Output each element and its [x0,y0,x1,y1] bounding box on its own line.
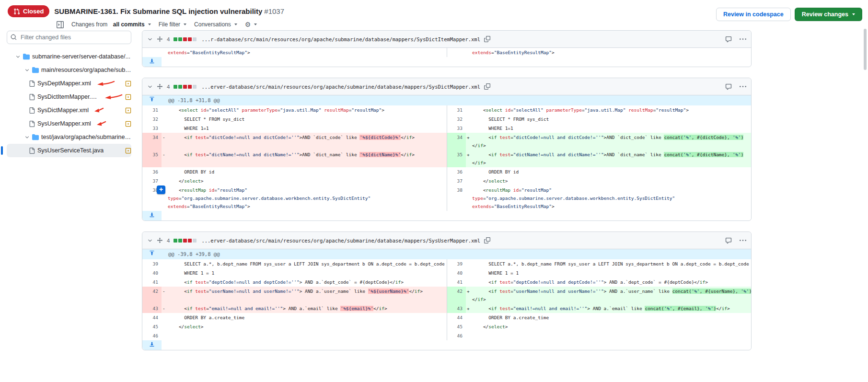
tree-folder-item[interactable]: main/resources/org/apache/subm... [7,63,131,77]
code-cell[interactable]: </select> [466,322,751,331]
file-icon [29,107,35,114]
code-cell[interactable]: + <if test="email!=null and email!=''"> … [466,304,751,313]
code-cell[interactable]: </select> [162,322,447,331]
drag-handle-icon[interactable] [157,237,163,243]
code-cell[interactable]: - <if test="email!=null and email!=''"> … [162,304,447,313]
code-cell[interactable]: SELECT * FROM sys_dict [466,115,751,124]
unfold-down-icon [149,58,155,64]
code-cell[interactable]: ORDER BY id [162,167,447,176]
file-path: ...erver-database/src/main/resources/org… [201,84,480,90]
copy-icon [484,237,490,243]
expand-down-button[interactable] [142,211,162,220]
tree-folder-item[interactable]: test/java/org/apache/submarine/s... [7,130,131,144]
code-cell[interactable]: WHERE 1 = 1 [162,268,447,278]
code-cell[interactable]: </select> [466,176,751,185]
code-cell[interactable]: ORDER BY a.create_time [162,313,447,322]
code-cell[interactable]: <select id="selectAll" parameterType="ja… [466,105,751,115]
code-cell[interactable] [162,331,447,340]
file-modified-icon [125,107,131,114]
diff-row: 44 ORDER BY a.create_time44 ORDER BY a.c… [142,313,751,322]
expand-hunk-button[interactable] [142,249,162,259]
copy-path-button[interactable] [484,237,490,243]
page-scrollbar[interactable] [864,29,867,70]
line-number-cell: 31 [142,105,162,115]
hunk-header: @@ -31,8 +31,8 @@ [162,95,751,105]
code-cell[interactable]: <select id="selectAll" parameterType="ja… [162,105,447,115]
code-cell[interactable]: + <if test="userName!=null and userName!… [466,287,751,304]
sidebar-toggle-icon[interactable] [57,21,64,28]
folder-icon [32,67,39,73]
review-in-codespace-button[interactable]: Review in codespace [716,8,791,21]
add-comment-button[interactable]: + [157,185,165,194]
tree-file-item[interactable]: SysDictMapper.xml [7,104,131,117]
code-cell[interactable]: + <if test="dictCode!=null and dictCode!… [466,133,751,150]
code-cell[interactable]: <resultMap id="resultMap" type="org.apac… [466,185,751,211]
copy-path-button[interactable] [484,36,490,42]
toggle-comments-button[interactable] [725,237,732,244]
file-icon [29,121,35,127]
line-number-cell: 45 [142,322,162,331]
file-kebab-menu[interactable] [740,36,746,43]
tree-file-item[interactable]: SysDeptMapper.xml [7,77,131,90]
tree-item-label: SysUserServiceTest.java [37,147,104,154]
tree-file-item[interactable]: SysUserMapper.xml [7,117,131,130]
line-number-cell: 39 [447,259,466,268]
code-cell[interactable]: extends="BaseEntityResultMap"> [466,48,751,57]
toggle-comments-button[interactable] [725,83,732,90]
collapse-file-button[interactable] [147,238,153,243]
diff-row: 39 SELECT a.*, b.dept_name FROM sys_user… [142,259,751,268]
tree-file-item[interactable]: SysUserServiceTest.java [7,144,131,157]
comment-icon [725,83,732,90]
file-tree-sidebar: submarine-server/server-database/...main… [0,27,138,157]
code-cell[interactable]: - <if test="dictName!=null and dictName!… [162,150,447,167]
filter-changed-files-input[interactable] [7,31,131,44]
code-cell[interactable]: </select> [162,176,447,185]
code-cell[interactable]: - <if test="dictCode!=null and dictCode!… [162,133,447,150]
tree-item-label: SysDeptMapper.xml [37,80,91,87]
changes-from-dropdown[interactable]: Changes from all commits [71,21,151,28]
expand-hunk-button[interactable] [142,95,162,105]
pr-header: Closed SUBMARINE-1361. Fix Submarine SQL… [0,0,868,27]
expand-down-button[interactable] [142,340,162,350]
tree-file-item[interactable]: SysDictItemMapper.xml [7,90,131,104]
code-cell[interactable]: WHERE 1=1 [162,124,447,133]
code-cell[interactable]: ORDER BY a.create_time [466,313,751,322]
diff-row: 33 WHERE 1=133 WHERE 1=1 [142,124,751,133]
code-cell[interactable]: + <if test="dictName!=null and dictName!… [466,150,751,167]
move-icon [157,36,163,42]
code-cell[interactable]: <if test="deptCode!=null and deptCode!='… [162,278,447,287]
collapse-file-button[interactable] [147,36,153,42]
file-kebab-menu[interactable] [740,237,746,244]
code-cell[interactable]: SELECT * FROM sys_dict [162,115,447,124]
pr-number: #1037 [264,7,284,15]
unfold-down-icon [149,341,155,347]
file-kebab-menu[interactable] [740,83,746,90]
collapse-file-button[interactable] [147,84,153,90]
code-cell[interactable]: SELECT a.*, b.dept_name FROM sys_user a … [162,259,447,268]
tree-item-label: submarine-server/server-database/... [32,53,130,60]
diff-settings-dropdown[interactable]: ⚙ [245,21,257,28]
conversations-dropdown[interactable]: Conversations [194,21,237,28]
diff-row: 31 <select id="selectAll" parameterType=… [142,105,751,115]
changes-count: 4 [167,36,170,42]
review-changes-button[interactable]: Review changes [795,8,862,21]
code-cell[interactable]: WHERE 1 = 1 [466,268,751,278]
code-cell[interactable]: + <resultMap id="resultMap" type="org.ap… [162,185,447,211]
expand-down-button[interactable] [142,57,162,67]
diff-row: 37 </select>37 </select> [142,176,751,185]
line-number-cell: 34 [142,133,162,150]
code-cell[interactable] [466,331,751,340]
code-cell[interactable]: ORDER BY id [466,167,751,176]
copy-path-button[interactable] [484,83,490,90]
tree-item-label: SysDictItemMapper.xml [37,93,99,100]
code-cell[interactable]: WHERE 1=1 [466,124,751,133]
code-cell[interactable]: - <if test="userName!=null and userName!… [162,287,447,304]
code-cell[interactable]: extends="BaseEntityResultMap"> [162,48,447,57]
drag-handle-icon[interactable] [157,36,163,42]
file-filter-dropdown[interactable]: File filter [159,21,186,28]
code-cell[interactable]: SELECT a.*, b.dept_name FROM sys_user a … [466,259,751,268]
drag-handle-icon[interactable] [157,83,163,90]
tree-folder-item[interactable]: submarine-server/server-database/... [7,50,131,63]
code-cell[interactable]: <if test="deptCode!=null and deptCode!='… [466,278,751,287]
toggle-comments-button[interactable] [725,36,732,43]
